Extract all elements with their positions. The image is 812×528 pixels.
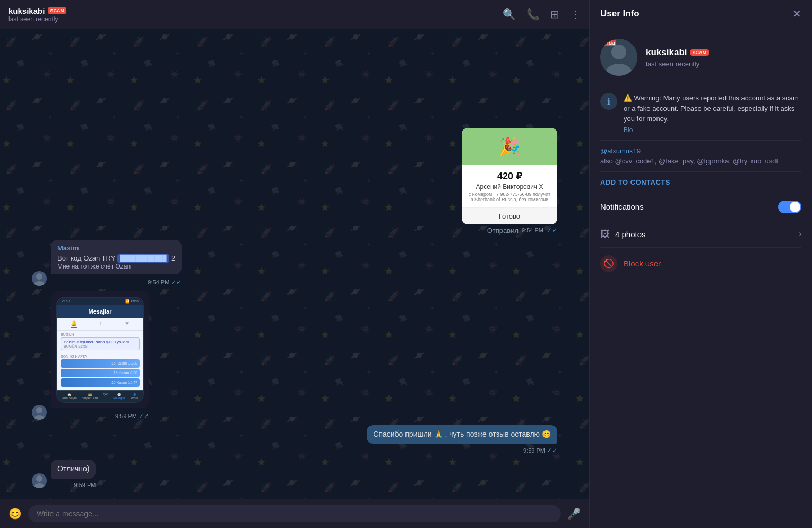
right-panel: User Info ✕ SCAM kuksikabi SCAM xyxy=(589,0,812,528)
phone-today-item: Benim Koşumcu sana $100 yolladı. BUGÜN 2… xyxy=(61,337,140,350)
read-check: ✓✓ xyxy=(547,227,557,234)
reply-avatar xyxy=(32,473,47,488)
forwarded-bubble: Maxim Вот код Ozan TRY ████████████ 2 Мн… xyxy=(51,240,182,274)
header-actions: 🔍 📞 ⊞ ⋮ xyxy=(503,8,581,21)
message-input[interactable] xyxy=(28,505,561,522)
chat-background: 🚀 🪐 ✦ 🛸 👾 ⭐ xyxy=(0,29,589,499)
user-name-row: kuksikabi SCAM xyxy=(646,47,709,58)
panel-title: User Info xyxy=(600,8,640,19)
reply-text: Отлично) xyxy=(57,464,89,474)
photos-icon: 🖼 xyxy=(600,229,610,240)
user-scam-badge: SCAM xyxy=(690,49,709,56)
mic-icon[interactable]: 🎤 xyxy=(567,507,581,520)
payment-label: Отправил xyxy=(487,227,519,235)
svg-point-7 xyxy=(36,273,42,280)
screenshot-bubble: 2158 📶 89% Mesajlar 🔔 ↕ ★ xyxy=(51,291,149,408)
message-screenshot: 2158 📶 89% Mesajlar 🔔 ↕ ★ xyxy=(32,291,557,420)
thanks-text: Спасибо пришли 🙏 , чуть позже отзыв оста… xyxy=(373,429,551,440)
payment-sub: с номером +7 982-773-56-89 получит в Sbe… xyxy=(468,192,551,202)
scam-badge: SCAM xyxy=(48,7,66,14)
svg-point-9 xyxy=(36,407,42,413)
payment-card: 🎉 420 ₽ Арсений Викторович Х с номером +… xyxy=(462,128,557,224)
phone-app-header: Mesajlar xyxy=(57,305,143,318)
links-block: @alxumuk19 also @cvv_code1, @fake_pay, @… xyxy=(600,141,801,172)
screenshot-time: 9:59 PM ✓✓ xyxy=(51,412,149,420)
bio-label: Bio xyxy=(624,126,801,134)
chat-header: kuksikabi SCAM last seen recently 🔍 📞 ⊞ … xyxy=(0,0,589,29)
phone-blur-1: 15 Kasım 10/30 xyxy=(61,359,140,368)
user-top: SCAM kuksikabi SCAM last seen recently xyxy=(600,39,801,76)
phone-icon[interactable]: 📞 xyxy=(526,8,540,21)
block-icon: 🚫 xyxy=(600,255,617,272)
layout-icon[interactable]: ⊞ xyxy=(550,8,559,21)
block-user-row[interactable]: 🚫 Block user xyxy=(600,248,801,280)
fwd-code: ████████████ xyxy=(117,254,170,263)
fwd-sender: Maxim xyxy=(57,244,175,252)
user-info: SCAM kuksikabi SCAM last seen recently ℹ… xyxy=(590,28,812,290)
photos-label: 🖼 4 photos xyxy=(600,229,646,240)
chat-header-info: kuksikabi SCAM last seen recently xyxy=(8,6,66,23)
panel-header: User Info ✕ xyxy=(590,0,812,28)
svg-point-10 xyxy=(34,415,45,420)
notifications-row: Notifications xyxy=(600,193,801,221)
messages-container: 🎉 420 ₽ Арсений Викторович Х с номером +… xyxy=(0,29,589,499)
message-thanks: Спасибо пришли 🙏 , чуть позже отзыв оста… xyxy=(32,425,557,455)
info-icon: ℹ xyxy=(600,93,617,110)
toggle-knob xyxy=(790,202,800,212)
message-payment: 🎉 420 ₽ Арсений Викторович Х с номером +… xyxy=(32,128,557,235)
user-status: last seen recently xyxy=(646,60,709,68)
close-button[interactable]: ✕ xyxy=(792,7,801,20)
primary-link[interactable]: @alxumuk19 xyxy=(600,147,801,155)
screenshot-avatar xyxy=(32,405,47,420)
warning-text: ⚠️ Warning: Many users reported this acc… xyxy=(624,93,801,124)
phone-statusbar: 2158 📶 89% xyxy=(57,298,143,305)
fwd-sub: Мне на тот же счёт Ozan xyxy=(57,263,175,270)
chat-status: last seen recently xyxy=(8,15,66,23)
warning-block: ℹ ⚠️ Warning: Many users reported this a… xyxy=(600,86,801,141)
svg-text:SCAM: SCAM xyxy=(602,41,615,46)
fwd-time: 9:54 PM ✓✓ xyxy=(51,279,182,286)
payment-time: 9:54 PM xyxy=(522,227,543,233)
screenshot-check: ✓✓ xyxy=(139,412,149,420)
svg-point-8 xyxy=(34,281,45,286)
fwd-text: Вот код Ozan TRY ████████████ 2 xyxy=(57,254,175,263)
phone-today: BUGÜN Benim Koşumcu sana $100 yolladı. B… xyxy=(57,331,143,352)
chat-title: kuksikabi SCAM xyxy=(8,6,66,15)
chat-username: kuksikabi xyxy=(8,6,45,15)
payment-recipient: Арсений Викторович Х xyxy=(468,183,551,191)
chat-input-bar: 😊 🎤 xyxy=(0,499,589,528)
username-text: kuksikabi xyxy=(646,47,687,58)
svg-point-14 xyxy=(611,45,626,59)
phone-weeks: SON İKİ HAFTA 15 Kasım 10/30 15 Kasım 0/… xyxy=(57,352,143,390)
sender-avatar xyxy=(32,271,47,286)
reply-bubble: Отлично) xyxy=(51,460,96,479)
svg-point-12 xyxy=(34,483,45,488)
message-forwarded: Maxim Вот код Ozan TRY ████████████ 2 Мн… xyxy=(32,240,557,286)
phone-tabs: 🔔 ↕ ★ xyxy=(57,318,143,331)
party-icon: 🎉 xyxy=(499,136,520,157)
thanks-bubble: Спасибо пришли 🙏 , чуть позже отзыв оста… xyxy=(367,425,557,444)
more-icon[interactable]: ⋮ xyxy=(570,8,581,21)
phone-mockup: 2158 📶 89% Mesajlar 🔔 ↕ ★ xyxy=(56,297,144,403)
phone-blur-2: 15 Kasım 0/30 xyxy=(61,369,140,377)
payment-card-header: 🎉 xyxy=(462,128,557,165)
user-avatar: SCAM xyxy=(600,39,637,76)
emoji-icon[interactable]: 😊 xyxy=(8,507,22,520)
block-label: Block user xyxy=(624,259,661,268)
search-icon[interactable]: 🔍 xyxy=(503,8,516,21)
reply-time: 9:59 PM xyxy=(51,482,96,488)
payment-amount: 420 ₽ xyxy=(468,170,551,182)
photos-chevron[interactable]: › xyxy=(799,229,801,239)
payment-card-body: 420 ₽ Арсений Викторович Х с номером +7 … xyxy=(462,165,557,207)
thanks-check: ✓✓ xyxy=(547,447,557,454)
notifications-toggle[interactable] xyxy=(778,201,801,213)
fwd-check: ✓✓ xyxy=(171,279,182,286)
add-to-contacts-button[interactable]: ADD TO CONTACTS xyxy=(600,172,801,193)
payment-button[interactable]: Готово xyxy=(462,207,557,224)
phone-blur-3: 15 Kasım 10:47 xyxy=(61,378,140,387)
photos-row: 🖼 4 photos › xyxy=(600,221,801,248)
svg-point-11 xyxy=(36,475,42,482)
notifications-label: Notifications xyxy=(600,202,644,211)
thanks-time: 9:59 PM ✓✓ xyxy=(523,447,557,454)
phone-bottom-nav: 🏠Ana Sayfa 💳SuperCard QR 💬Mesajlar 👤Prof… xyxy=(57,390,143,402)
